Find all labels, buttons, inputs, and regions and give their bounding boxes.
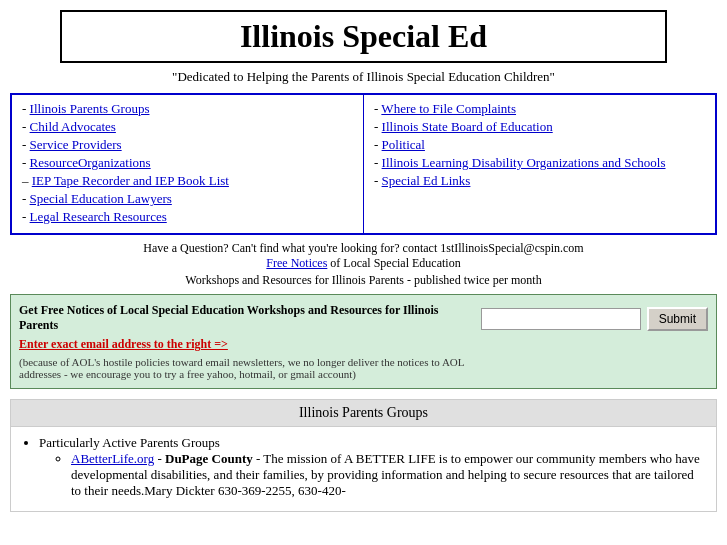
page-title: Illinois Special Ed <box>62 18 665 55</box>
question-text: Have a Question? Can't find what you're … <box>10 241 717 256</box>
parents-groups-content: Particularly Active Parents Groups ABett… <box>11 427 716 511</box>
free-notices-line: Free Notices of Local Special Education <box>10 256 717 271</box>
child-advocates-link[interactable]: Child Advocates <box>30 119 116 134</box>
free-notices-link[interactable]: Free Notices <box>266 256 327 270</box>
nav-item: - Special Education Lawyers <box>22 191 353 207</box>
nav-item: - Service Providers <box>22 137 353 153</box>
parents-groups-header: Illinois Parents Groups <box>11 400 716 427</box>
aol-note: (because of AOL's hostile policies towar… <box>19 356 471 380</box>
list-item: Particularly Active Parents Groups ABett… <box>39 435 704 499</box>
workshops-text: Workshops and Resources for Illinois Par… <box>0 273 727 288</box>
nav-item: - Illinois Parents Groups <box>22 101 353 117</box>
email-signup-box: Get Free Notices of Local Special Educat… <box>10 294 717 389</box>
nav-item: - Illinois State Board of Education <box>374 119 705 135</box>
enter-email-link[interactable]: Enter exact email address to the right =… <box>19 337 228 351</box>
email-input-row: Submit <box>481 307 708 331</box>
nav-item: - Special Ed Links <box>374 173 705 189</box>
abetterlife-link[interactable]: ABetterLife.org <box>71 451 154 466</box>
signup-title: Get Free Notices of Local Special Educat… <box>19 303 471 333</box>
nav-item: - Illinois Learning Disability Organizat… <box>374 155 705 171</box>
subtitle: "Dedicated to Helping the Parents of Ill… <box>0 69 727 85</box>
ld-orgs-link[interactable]: Illinois Learning Disability Organizatio… <box>382 155 666 170</box>
resource-organizations-link[interactable]: ResourceOrganizations <box>30 155 151 170</box>
nav-item: - Where to File Complaints <box>374 101 705 117</box>
free-notices-text: of Local Special Education <box>330 256 460 270</box>
email-signup-text-area: Get Free Notices of Local Special Educat… <box>19 303 471 380</box>
special-ed-links-link[interactable]: Special Ed Links <box>382 173 471 188</box>
file-complaints-link[interactable]: Where to File Complaints <box>381 101 516 116</box>
question-section: Have a Question? Can't find what you're … <box>10 241 717 271</box>
political-link[interactable]: Political <box>382 137 425 152</box>
nav-left-col: - Illinois Parents Groups - Child Advoca… <box>11 94 364 234</box>
list-item: ABetterLife.org - DuPage County - The mi… <box>71 451 704 499</box>
nav-item: - Legal Research Resources <box>22 209 353 225</box>
nav-item: – IEP Tape Recorder and IEP Book List <box>22 173 353 189</box>
nav-item: - Child Advocates <box>22 119 353 135</box>
nav-item: - Political <box>374 137 705 153</box>
particularly-active-label: Particularly Active Parents Groups <box>39 435 220 450</box>
nav-item: - ResourceOrganizations <box>22 155 353 171</box>
iep-link[interactable]: IEP Tape Recorder and IEP Book List <box>32 173 229 188</box>
parents-groups-section: Illinois Parents Groups Particularly Act… <box>10 399 717 512</box>
title-box: Illinois Special Ed <box>60 10 667 63</box>
nav-table: - Illinois Parents Groups - Child Advoca… <box>10 93 717 235</box>
service-providers-link[interactable]: Service Providers <box>30 137 122 152</box>
email-input[interactable] <box>481 308 641 330</box>
dupage-county-label: DuPage County <box>165 451 253 466</box>
submit-button[interactable]: Submit <box>647 307 708 331</box>
special-ed-lawyers-link[interactable]: Special Education Lawyers <box>30 191 172 206</box>
nav-right-col: - Where to File Complaints - Illinois St… <box>364 94 717 234</box>
isbe-link[interactable]: Illinois State Board of Education <box>382 119 553 134</box>
illinois-parents-groups-link[interactable]: Illinois Parents Groups <box>30 101 150 116</box>
email-signup-right: Submit <box>481 303 708 331</box>
legal-research-link[interactable]: Legal Research Resources <box>30 209 167 224</box>
